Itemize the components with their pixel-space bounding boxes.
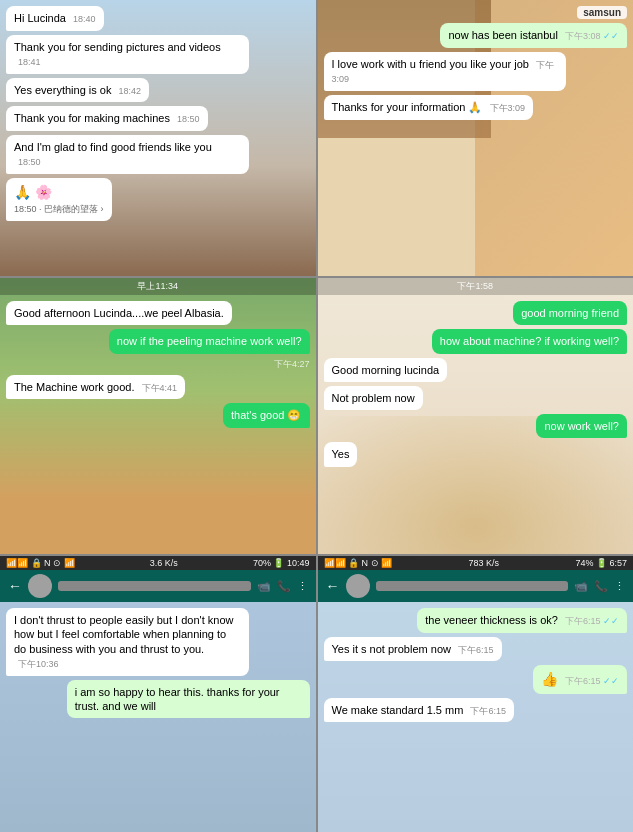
whatsapp-header-5: ← 📹 📞 ⋮	[0, 570, 316, 602]
phone-icon[interactable]: 📞	[277, 580, 291, 593]
chat-cell-1: Hi Lucinda 18:40 Thank you for sending p…	[0, 0, 316, 276]
msg-text: the veneer thickness is ok?	[425, 614, 558, 626]
chat-cell-5: 📶📶 🔒 N ⊙ 📶 3.6 K/s 70% 🔋 10:49 ← 📹 📞 ⋮ I…	[0, 556, 316, 832]
msg-not-problem: Not problem now	[324, 386, 423, 410]
msg-text: Yes it s not problem now	[332, 643, 451, 655]
msg-thank-machines: Thank you for making machines 18:50	[6, 106, 208, 131]
msg-happy-hear: i am so happy to hear this. thanks for y…	[67, 680, 310, 719]
messages-5: I don't thrust to people easily but I do…	[0, 602, 316, 832]
phone-icon[interactable]: 📞	[594, 580, 608, 593]
chat-cell-2: samsun now has been istanbul 下午3:08 ✓✓ I…	[318, 0, 634, 276]
msg-text: I don't thrust to people easily but I do…	[14, 614, 233, 655]
msg-time: 下午4:41	[142, 383, 178, 393]
messages-1: Hi Lucinda 18:40 Thank you for sending p…	[0, 0, 316, 276]
msg-text: Good afternoon Lucinda....we peel Albasi…	[14, 307, 224, 319]
msg-machine-good: The Machine work good. 下午4:41	[6, 375, 185, 400]
msg-text: And I'm glad to find good friends like y…	[14, 141, 212, 153]
msg-glad-friends: And I'm glad to find good friends like y…	[6, 135, 249, 174]
status-right: 70% 🔋 10:49	[253, 558, 310, 568]
chat-cell-6: 📶📶 🔒 N ⊙ 📶 783 K/s 74% 🔋 6:57 ← 📹 📞 ⋮ th…	[318, 556, 634, 832]
msg-text: The Machine work good.	[14, 381, 134, 393]
status-icons-left: 📶📶 🔒 N ⊙ 📶	[6, 558, 75, 568]
msg-time: 下午6:15	[470, 706, 506, 716]
msg-time: 18:50	[177, 114, 200, 124]
msg-time: 下午6:15	[458, 645, 494, 655]
sender-name: samsun	[577, 6, 627, 19]
msg-now-work-well: now work well?	[536, 414, 627, 438]
msg-thumbs-up: 👍 下午6:15 ✓✓	[533, 665, 627, 693]
msg-trust: I don't thrust to people easily but I do…	[6, 608, 249, 676]
msg-time: 18:40	[73, 14, 96, 24]
msg-time: 18:42	[119, 86, 142, 96]
msg-how-about-machine: how about machine? if working well?	[432, 329, 627, 353]
msg-text: 👍	[541, 671, 558, 687]
back-arrow-icon[interactable]: ←	[326, 578, 340, 594]
messages-3: Good afternoon Lucinda....we peel Albasi…	[0, 295, 316, 554]
msg-text: Thank you for sending pictures and video…	[14, 41, 221, 53]
chat-cell-4: 下午1:58 good morning friend how about mac…	[318, 278, 634, 554]
msg-time: 下午3:09	[490, 103, 526, 113]
msg-text: Thanks for your information 🙏	[332, 101, 483, 113]
msg-good-morning-friend: good morning friend	[513, 301, 627, 325]
msg-text: Yes everything is ok	[14, 84, 111, 96]
msg-emoji-location: 🙏 🌸 18:50 · 巴纳德的望落 ›	[6, 178, 112, 221]
msg-love-work: I love work with u friend you like your …	[324, 52, 567, 91]
messages-6: the veneer thickness is ok? 下午6:15 ✓✓ Ye…	[318, 602, 634, 832]
msg-text: that's good 😁	[231, 409, 302, 421]
contact-avatar	[28, 574, 52, 598]
msg-text: Not problem now	[332, 392, 415, 404]
menu-icon[interactable]: ⋮	[614, 580, 625, 593]
msg-yes-no-problem: Yes it s not problem now 下午6:15	[324, 637, 502, 662]
msg-text: Good morning lucinda	[332, 364, 440, 376]
msg-text: now work well?	[544, 420, 619, 432]
msg-time: 18:50	[18, 157, 41, 167]
msg-text: Thank you for making machines	[14, 112, 170, 124]
msg-standard-1-5: We make standard 1.5 mm 下午6:15	[324, 698, 514, 723]
whatsapp-header-6: ← 📹 📞 ⋮	[318, 570, 634, 602]
contact-name-blurred	[376, 581, 569, 591]
messages-4: good morning friend how about machine? i…	[318, 295, 634, 554]
chat-cell-3: 早上11:34 Good afternoon Lucinda....we pee…	[0, 278, 316, 554]
msg-time: 18:41	[18, 57, 41, 67]
msg-text: good morning friend	[521, 307, 619, 319]
status-bar-6: 📶📶 🔒 N ⊙ 📶 783 K/s 74% 🔋 6:57	[318, 556, 634, 570]
msg-text: Yes	[332, 448, 350, 460]
msg-location: 18:50 · 巴纳德的望落 ›	[14, 204, 104, 214]
msg-text: Hi Lucinda	[14, 12, 66, 24]
msg-text: We make standard 1.5 mm	[332, 704, 464, 716]
time-header-4: 下午1:58	[318, 278, 634, 295]
msg-peeling-machine: now if the peeling machine work well?	[109, 329, 310, 353]
contact-name-blurred	[58, 581, 251, 591]
msg-good-afternoon: Good afternoon Lucinda....we peel Albasi…	[6, 301, 232, 325]
screenshot-grid: Hi Lucinda 18:40 Thank you for sending p…	[0, 0, 633, 832]
status-bar-5: 📶📶 🔒 N ⊙ 📶 3.6 K/s 70% 🔋 10:49	[0, 556, 316, 570]
status-center: 783 K/s	[468, 558, 499, 568]
time-header-3: 早上11:34	[0, 278, 316, 295]
msg-good-morning-lucinda: Good morning lucinda	[324, 358, 448, 382]
msg-time: 下午6:15 ✓✓	[565, 676, 619, 686]
msg-istanbul: now has been istanbul 下午3:08 ✓✓	[440, 23, 627, 48]
msg-yes: Yes	[324, 442, 358, 466]
msg-text: how about machine? if working well?	[440, 335, 619, 347]
video-icon[interactable]: 📹	[574, 580, 588, 593]
msg-text: 🙏 🌸	[14, 184, 52, 200]
status-icons-left: 📶📶 🔒 N ⊙ 📶	[324, 558, 393, 568]
msg-veneer-thickness: the veneer thickness is ok? 下午6:15 ✓✓	[417, 608, 627, 633]
msg-hi-lucinda: Hi Lucinda 18:40	[6, 6, 104, 31]
video-icon[interactable]: 📹	[257, 580, 271, 593]
msg-text: I love work with u friend you like your …	[332, 58, 529, 70]
msg-text: now has been istanbul	[448, 29, 557, 41]
msg-thank-pictures: Thank you for sending pictures and video…	[6, 35, 249, 74]
msg-time: 下午3:08 ✓✓	[565, 31, 619, 41]
time-stamp-427: 下午4:27	[6, 358, 310, 371]
msg-text: i am so happy to hear this. thanks for y…	[75, 686, 280, 712]
msg-yes-ok: Yes everything is ok 18:42	[6, 78, 149, 103]
contact-avatar	[346, 574, 370, 598]
menu-icon[interactable]: ⋮	[297, 580, 308, 593]
msg-time: 下午10:36	[18, 659, 59, 669]
msg-thanks-info: Thanks for your information 🙏 下午3:09	[324, 95, 534, 120]
messages-2: samsun now has been istanbul 下午3:08 ✓✓ I…	[318, 0, 634, 276]
back-arrow-icon[interactable]: ←	[8, 578, 22, 594]
msg-time: 下午6:15 ✓✓	[565, 616, 619, 626]
msg-text: now if the peeling machine work well?	[117, 335, 302, 347]
